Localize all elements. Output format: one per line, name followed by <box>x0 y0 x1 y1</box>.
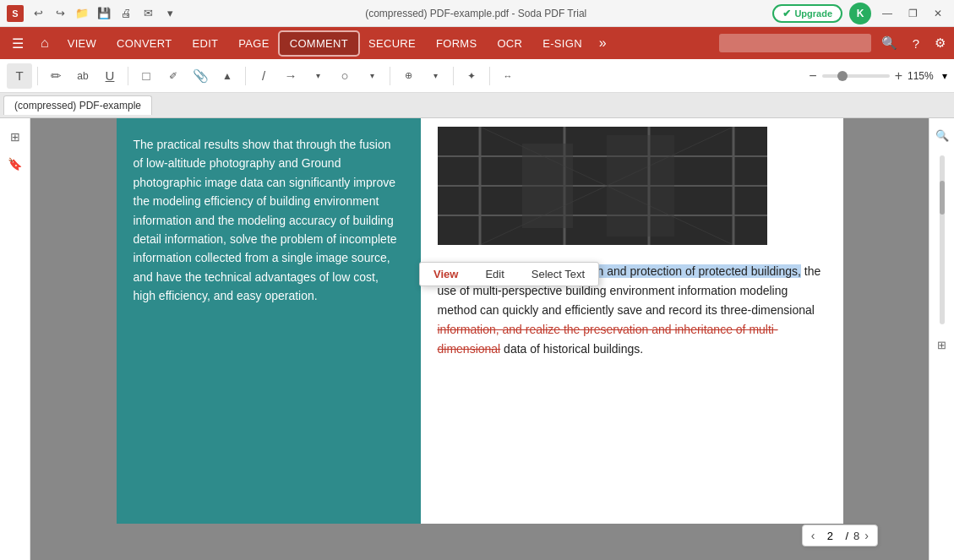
file-title: (compressed) PDF-example.pdf - Soda PDF … <box>184 8 767 19</box>
close-button[interactable]: ✕ <box>929 4 947 23</box>
scroll-thumb[interactable] <box>940 181 945 215</box>
email-btn[interactable]: ✉ <box>139 4 157 23</box>
image-placeholder <box>438 127 767 245</box>
settings-icon[interactable]: ⚙ <box>929 32 951 54</box>
text-tool[interactable]: T <box>7 63 32 89</box>
crop-more[interactable]: ▾ <box>422 63 448 89</box>
toolbar-separator-4 <box>390 67 390 85</box>
menu-item-esign[interactable]: E-SIGN <box>532 32 592 55</box>
sticky-note-tool[interactable]: ✐ <box>161 63 186 89</box>
main-layout: ⊞ 🔖 View Edit Select Text The practical … <box>0 118 954 560</box>
hamburger-icon[interactable]: ☰ <box>3 30 32 57</box>
open-btn[interactable]: 📁 <box>73 4 91 23</box>
text-box-tool[interactable]: □ <box>134 63 159 89</box>
sidebar-bookmarks-icon[interactable]: 🔖 <box>3 152 27 176</box>
pencil-tool[interactable]: ✏ <box>43 63 68 89</box>
prev-page-button[interactable]: ‹ <box>811 529 815 542</box>
attachment-tool[interactable]: 📎 <box>188 63 213 89</box>
redo-btn[interactable]: ↪ <box>51 4 69 23</box>
app-logo: S <box>7 5 24 22</box>
maximize-button[interactable]: ❐ <box>903 4 922 23</box>
next-page-button[interactable]: › <box>864 529 869 542</box>
left-sidebar: ⊞ 🔖 <box>0 118 30 560</box>
check-icon: ✔ <box>782 8 791 19</box>
pdf-page: The practical results show that through … <box>117 118 843 524</box>
pdf-image <box>438 127 767 245</box>
search-icon[interactable]: 🔍 <box>876 32 902 54</box>
toolbar-separator-1 <box>37 67 38 85</box>
file-controls: ↩ ↪ 📁 💾 🖨 ✉ ▾ <box>29 4 179 23</box>
title-bar: S ↩ ↪ 📁 💾 🖨 ✉ ▾ (compressed) PDF-example… <box>0 0 954 27</box>
minimize-button[interactable]: — <box>878 4 897 23</box>
scroll-bar <box>940 155 945 324</box>
context-view[interactable]: View <box>420 263 472 285</box>
toolbar-separator-6 <box>489 67 490 85</box>
menu-item-view[interactable]: VIEW <box>57 32 106 55</box>
arrow-tool[interactable]: → <box>278 63 303 89</box>
undo-btn[interactable]: ↩ <box>29 4 47 23</box>
menu-item-edit[interactable]: EDIT <box>183 32 229 55</box>
toolbar-separator-2 <box>128 67 128 85</box>
menu-bar: ☰ ⌂ VIEW CONVERT EDIT PAGE COMMENT SECUR… <box>0 27 954 59</box>
zoom-value-label: 115% <box>908 70 937 82</box>
zoom-slider[interactable] <box>822 74 890 78</box>
strikethrough-text: information, and realize the preservatio… <box>438 323 778 356</box>
zoom-in-button[interactable]: + <box>895 68 902 84</box>
context-menu: View Edit Select Text <box>419 262 599 286</box>
underline-tool[interactable]: U <box>97 63 123 89</box>
signature-tool[interactable]: ✦ <box>459 63 484 89</box>
zoom-controls: − + 115% ▾ <box>809 68 947 84</box>
tab-bar: (compressed) PDF-example <box>0 93 954 118</box>
menu-right-area: 🔍 ? ⚙ <box>719 32 951 54</box>
menu-item-convert[interactable]: CONVERT <box>106 32 182 55</box>
svg-rect-11 <box>607 135 674 237</box>
home-icon[interactable]: ⌂ <box>32 30 57 56</box>
pdf-left-text: The practical results show that through … <box>134 135 404 306</box>
svg-rect-10 <box>522 144 573 228</box>
upgrade-button[interactable]: ✔ Upgrade <box>772 4 842 23</box>
text-highlight-tool[interactable]: ab <box>70 63 95 89</box>
menu-item-ocr[interactable]: OCR <box>487 32 532 55</box>
fit-page-icon[interactable]: ⊞ <box>932 334 952 355</box>
pdf-content: The practical results show that through … <box>117 118 843 524</box>
annotation-toolbar: T ✏ ab U □ ✐ 📎 ▲ / → ▾ ○ ▾ ⊕ ▾ ✦ ↔ − + 1… <box>0 59 954 93</box>
measure-tool[interactable]: ↔ <box>495 63 521 89</box>
page-navigation: ‹ 2 / 8 › <box>802 525 878 546</box>
stamp-tool[interactable]: ▲ <box>215 63 240 89</box>
ellipse-tool[interactable]: ○ <box>332 63 357 89</box>
user-avatar[interactable]: K <box>849 3 871 24</box>
right-sidebar: 🔍 ⊞ <box>929 118 954 560</box>
help-icon[interactable]: ? <box>908 33 924 54</box>
zoom-out-button[interactable]: − <box>809 68 816 84</box>
menu-search-input[interactable] <box>719 34 871 52</box>
toolbar-separator-3 <box>245 67 246 85</box>
context-select-text[interactable]: Select Text <box>518 263 598 285</box>
context-edit[interactable]: Edit <box>472 263 517 285</box>
page-number-input[interactable]: 2 <box>820 530 840 542</box>
shape-more[interactable]: ▾ <box>359 63 384 89</box>
menu-item-page[interactable]: PAGE <box>228 32 279 55</box>
zoom-dropdown-button[interactable]: ▾ <box>942 70 947 82</box>
pdf-right-column: In the process of data collection and pr… <box>421 118 843 524</box>
menu-item-comment[interactable]: COMMENT <box>280 32 358 55</box>
image-svg <box>438 127 767 245</box>
toolbar-separator-5 <box>453 67 454 85</box>
menu-more-btn[interactable]: » <box>592 30 613 56</box>
save-btn[interactable]: 💾 <box>95 4 113 23</box>
title-right-area: ✔ Upgrade K — ❐ ✕ <box>772 3 947 24</box>
crop-tool[interactable]: ⊕ <box>395 63 421 89</box>
line-tool[interactable]: / <box>251 63 276 89</box>
pdf-left-column: The practical results show that through … <box>117 118 421 524</box>
sidebar-pages-icon[interactable]: ⊞ <box>3 125 27 149</box>
content-area: View Edit Select Text The practical resu… <box>30 118 929 560</box>
print-btn[interactable]: 🖨 <box>117 4 135 23</box>
pdf-tab[interactable]: (compressed) PDF-example <box>3 95 152 115</box>
page-total: 8 <box>853 530 859 542</box>
page-separator: / <box>845 530 848 542</box>
line-more[interactable]: ▾ <box>305 63 330 89</box>
search-panel-icon[interactable]: 🔍 <box>932 125 952 145</box>
more-btn[interactable]: ▾ <box>161 4 179 23</box>
menu-item-secure[interactable]: SECURE <box>358 32 426 55</box>
menu-item-forms[interactable]: FORMS <box>426 32 487 55</box>
